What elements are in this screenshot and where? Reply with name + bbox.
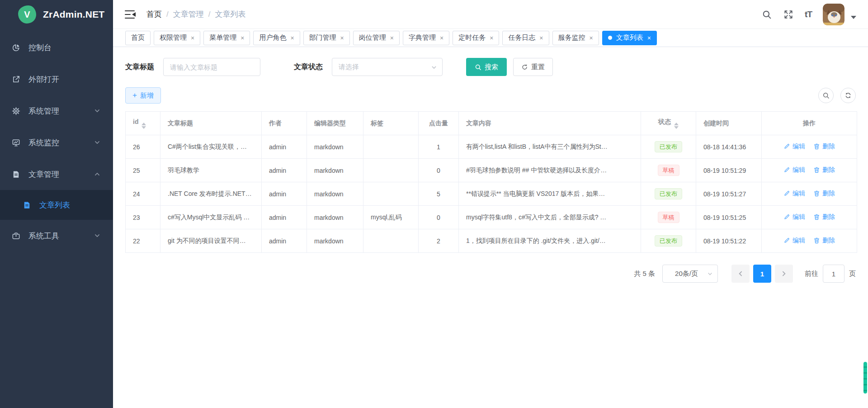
close-icon[interactable]: × [440,35,443,41]
sidebar-item-article-manage[interactable]: 文章管理 [0,158,113,190]
scrollbar-thumb[interactable] [863,362,867,394]
topbar: 首页/文章管理/文章列表 tT [113,0,868,29]
edit-button[interactable]: 编辑 [783,237,805,245]
tab-用户角色[interactable]: 用户角色× [253,31,300,45]
sidebar-collapse-button[interactable] [125,10,136,19]
trash-icon [813,237,820,244]
column-header-author: 作者 [262,112,307,135]
edit-icon [783,190,790,197]
cell-id: 24 [126,182,160,206]
close-icon[interactable]: × [290,35,294,41]
avatar[interactable] [823,4,844,25]
sidebar-item-system-manage[interactable]: 系统管理 [0,95,113,127]
cell-title: C#两个list集合实现关联，… [160,135,262,159]
sidebar-item-system-monitor[interactable]: 系统监控 [0,127,113,158]
cell-tags [363,182,419,206]
tab-菜单管理[interactable]: 菜单管理× [203,31,250,45]
chevron-down-icon [94,108,100,114]
column-header-status[interactable]: 状态 [641,112,696,135]
tags-view: 首页权限管理×菜单管理×用户角色×部门管理×岗位管理×字典管理×定时任务×任务日… [113,29,868,47]
tab-首页[interactable]: 首页 [125,31,151,45]
tab-服务监控[interactable]: 服务监控× [552,31,599,45]
search-button[interactable]: 搜索 [466,58,507,76]
delete-button[interactable]: 删除 [813,237,835,245]
search-icon [475,64,481,71]
breadcrumb-item[interactable]: 文章管理 [173,9,204,19]
delete-button[interactable]: 删除 [813,190,835,198]
goto-page-input[interactable] [823,265,844,283]
toggle-search-button[interactable] [818,88,834,103]
sidebar-item-article-list[interactable]: 文章列表 [0,190,113,220]
edit-button[interactable]: 编辑 [783,142,805,151]
article-title-input[interactable] [163,58,260,76]
close-icon[interactable]: × [539,35,543,41]
delete-button[interactable]: 删除 [813,166,835,174]
chevron-down-icon [431,64,437,71]
cell-created: 08-19 10:51:25 [696,206,762,229]
column-header-editor: 编辑器类型 [307,112,363,135]
cell-ops: 编辑删除 [762,206,857,229]
cell-author: admin [262,159,307,182]
next-page-button[interactable] [775,265,793,283]
close-icon[interactable]: × [647,35,651,41]
cell-tags [363,135,419,159]
app-logo[interactable]: V ZrAdmin.NET [0,0,113,29]
trash-icon [813,166,820,173]
breadcrumb: 首页/文章管理/文章列表 [146,9,761,19]
dashboard-icon [12,43,21,52]
cell-content: 1，找到项目所在目录下的 .git/文件夹，进入.git/… [459,229,641,253]
monitor-icon [12,138,21,147]
tab-任务日志[interactable]: 任务日志× [502,31,549,45]
refresh-table-button[interactable] [840,88,856,103]
table-row: 25羽毛球教学adminmarkdown0#羽毛球拍参数说明 ## 中管软硬选择… [126,159,857,182]
tab-权限管理[interactable]: 权限管理× [154,31,200,45]
sidebar-item-system-tools[interactable]: 系统工具 [0,220,113,251]
search-icon[interactable] [761,9,772,20]
delete-button[interactable]: 删除 [813,213,835,221]
cell-editor: markdown [307,135,363,159]
font-size-icon[interactable]: tT [805,9,812,19]
delete-button[interactable]: 删除 [813,142,835,151]
sidebar-item-external-open[interactable]: 外部打开 [0,63,113,95]
sidebar-item-dashboard[interactable]: 控制台 [0,32,113,63]
edit-icon [783,143,790,150]
prev-page-button[interactable] [731,265,750,283]
tab-定时任务[interactable]: 定时任务× [453,31,499,45]
close-icon[interactable]: × [590,35,593,41]
edit-button[interactable]: 编辑 [783,190,805,198]
close-icon[interactable]: × [490,35,493,41]
user-menu-caret-icon[interactable] [851,16,856,19]
edit-button[interactable]: 编辑 [783,213,805,221]
cell-created: 08-19 10:51:27 [696,182,762,206]
page-size-select[interactable]: 20条/页 [662,265,718,283]
close-icon[interactable]: × [340,35,344,41]
edit-icon [783,213,790,220]
add-button[interactable]: + 新增 [125,87,161,104]
sidebar-item-label: 系统管理 [28,106,94,116]
tab-部门管理[interactable]: 部门管理× [303,31,350,45]
article-status-select[interactable]: 请选择 [332,58,443,76]
tab-字典管理[interactable]: 字典管理× [403,31,449,45]
cell-ops: 编辑删除 [762,182,857,206]
tab-文章列表[interactable]: 文章列表× [602,31,657,45]
trash-icon [813,213,820,220]
close-icon[interactable]: × [241,35,244,41]
sort-caret-icon[interactable] [674,123,679,129]
fullscreen-icon[interactable] [783,9,794,20]
cell-content: **错误提示** 当电脑更新 VS2017 版本后，如果… [459,182,641,206]
cell-tags: mysql,乱码 [363,206,419,229]
breadcrumb-item[interactable]: 首页 [146,9,162,19]
edit-button[interactable]: 编辑 [783,166,805,174]
cell-title: .NET Core 发布时提示.NET… [160,182,262,206]
page-number-button[interactable]: 1 [753,265,771,283]
cell-title: git 为不同的项目设置不同… [160,229,262,253]
reset-button[interactable]: 重置 [513,58,553,76]
close-icon[interactable]: × [390,35,394,41]
chevron-up-icon [94,171,100,177]
tab-岗位管理[interactable]: 岗位管理× [353,31,400,45]
table-header-row: id文章标题作者编辑器类型标签点击量文章内容状态创建时间操作 [126,112,857,135]
sort-caret-icon[interactable] [142,123,146,129]
close-icon[interactable]: × [191,35,194,41]
column-header-id[interactable]: id [126,112,160,135]
column-header-tags: 标签 [363,112,419,135]
